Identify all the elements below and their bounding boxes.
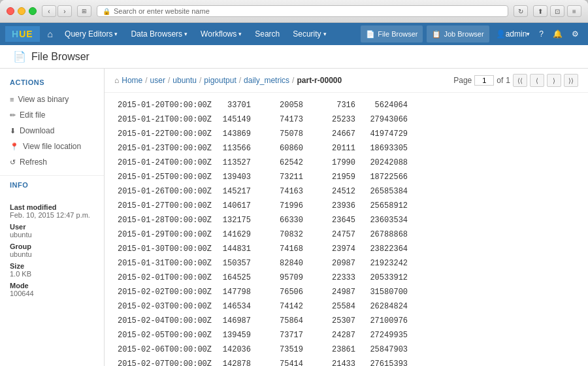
prev-page-button[interactable]: ⟨ [530,74,544,87]
nav-search[interactable]: Search [248,23,286,45]
forward-button[interactable]: › [57,5,72,17]
admin-menu-button[interactable]: 👤 admin ▾ [492,23,534,45]
chevron-down-icon: ▾ [238,31,242,37]
data-cell-datetime: 2015-01-24T00:00:00Z [118,157,212,169]
breadcrumb-ubuntu-link[interactable]: ubuntu [172,76,197,85]
sidebar-item-refresh[interactable]: ↺ Refresh [0,154,104,170]
minimize-button[interactable] [18,7,25,15]
data-cell-datetime: 2015-02-05T00:00:00Z [118,329,212,341]
data-cell-col4: 24987 [316,286,368,298]
page-of: of [497,76,503,85]
refresh-button[interactable]: ↻ [514,5,528,17]
hue-logo[interactable]: HUE [5,26,40,42]
first-page-button[interactable]: ⟨⟨ [513,74,527,87]
sidebar-item-refresh-label: Refresh [20,158,47,167]
actions-section-title: ACTIONS [0,78,104,92]
edit-icon: ✏ [10,111,16,120]
new-tab-button[interactable]: ⊡ [550,5,564,17]
sidebar-divider [0,175,104,176]
last-modified-value: Feb. 10, 2015 12:47 p.m. [10,211,94,219]
home-nav-button[interactable]: ⌂ [42,29,58,39]
data-cell-col3: 71996 [264,200,316,212]
data-cell-col3: 66330 [264,214,316,226]
help-button[interactable]: ? [535,23,547,45]
address-icon: 🔒 [103,8,110,15]
data-cell-col4: 24512 [316,186,368,197]
logo-accent: H [12,29,19,39]
data-cell-col5: 27943066 [368,114,421,125]
sidebar-item-view-location[interactable]: 📍 View file location [0,139,104,154]
nav-query-editors[interactable]: Query Editors ▾ [58,23,124,45]
nav-data-browsers[interactable]: Data Browsers ▾ [124,23,194,45]
data-cell-datetime: 2015-01-22T00:00:00Z [118,128,212,140]
data-cell-col2: 150357 [212,258,264,269]
data-cell-col3: 60860 [264,142,316,154]
data-cell-col3: 95709 [264,272,316,284]
page-input[interactable] [474,75,494,86]
breadcrumb-pigoutput-link[interactable]: pigoutput [204,76,236,85]
table-row: 2015-02-06T00:00:00Z 142036 73519 23861 … [118,342,575,357]
address-text: Search or enter website name [114,7,210,15]
table-row: 2015-01-23T00:00:00Z 113566 60860 20111 … [118,141,575,156]
data-cell-col5: 18693305 [368,142,421,154]
data-cell-datetime: 2015-02-07T00:00:00Z [118,358,212,366]
notifications-button[interactable]: 🔔 [549,23,566,45]
data-cell-col3: 74168 [264,243,316,255]
data-cell-col5: 21923242 [368,258,421,269]
breadcrumb-daily-metrics-link[interactable]: daily_metrics [244,76,289,85]
data-cell-col4: 24287 [316,329,368,341]
data-cell-col2: 33701 [212,99,264,111]
breadcrumb-sep-2: / [168,76,170,85]
sidebar: ACTIONS ≡ View as binary ✏ Edit file ⬇ D… [0,69,105,366]
address-bar[interactable]: 🔒 Search or enter website name [97,5,508,17]
close-button[interactable] [7,7,14,15]
maximize-button[interactable] [29,7,37,15]
sidebar-item-view-binary[interactable]: ≡ View as binary [0,92,104,107]
breadcrumb-home-link[interactable]: Home [122,76,142,85]
next-page-button[interactable]: ⟩ [547,74,561,87]
data-cell-col4: 24667 [316,128,368,140]
data-cell-col5: 20242088 [368,157,421,169]
data-cell-col5: 27615393 [368,358,421,366]
nav-security[interactable]: Security ▾ [286,23,333,45]
data-cell-col4: 24757 [316,229,368,241]
breadcrumb-user-link[interactable]: user [150,76,165,85]
data-cell-col5: 26585384 [368,186,421,197]
data-cell-col2: 113566 [212,142,264,154]
data-cell-col2: 143869 [212,128,264,140]
job-browser-nav-button[interactable]: 📋 Job Browser [427,25,489,42]
mode-value: 100644 [10,290,94,297]
nav-workflows[interactable]: Workflows ▾ [194,23,248,45]
data-cell-col2: 146534 [212,301,264,312]
job-icon: 📋 [432,30,441,39]
data-cell-col4: 23861 [316,344,368,356]
sidebar-item-download[interactable]: ⬇ Download [0,123,104,139]
data-cell-col2: 164525 [212,272,264,284]
share-button[interactable]: ⬆ [533,5,547,17]
table-row: 2015-02-03T00:00:00Z 146534 74142 25584 … [118,299,575,314]
data-cell-col3: 70832 [264,229,316,241]
breadcrumb-sep-3: / [199,76,201,85]
data-cell-datetime: 2015-01-21T00:00:00Z [118,114,212,125]
data-cell-col2: 141629 [212,229,264,241]
file-browser-nav-button[interactable]: 📄 File Browser [361,25,423,42]
data-cell-col2: 132175 [212,214,264,226]
file-icon: 📄 [366,30,375,39]
sidebar-item-edit-file[interactable]: ✏ Edit file [0,107,104,123]
settings-button[interactable]: ⚙ [568,23,583,45]
chevron-down-icon: ▾ [323,31,327,37]
table-row: 2015-01-27T00:00:00Z 140617 71996 23936 … [118,199,575,213]
back-button[interactable]: ‹ [42,5,56,17]
data-cell-col5: 20533912 [368,272,421,284]
data-cell-datetime: 2015-01-29T00:00:00Z [118,229,212,241]
table-row: 2015-01-30T00:00:00Z 144831 74168 23974 … [118,242,575,256]
window-control[interactable]: ⊞ [77,5,91,17]
table-row: 2015-01-25T00:00:00Z 139403 73211 21959 … [118,170,575,184]
data-cell-col3: 20058 [264,99,316,111]
data-cell-col5: 26284824 [368,301,421,312]
table-row: 2015-01-24T00:00:00Z 113527 62542 17990 … [118,156,575,170]
data-cell-col2: 144831 [212,243,264,255]
last-page-button[interactable]: ⟩⟩ [564,74,578,87]
data-cell-datetime: 2015-01-30T00:00:00Z [118,243,212,255]
menu-button[interactable]: ≡ [567,5,581,17]
